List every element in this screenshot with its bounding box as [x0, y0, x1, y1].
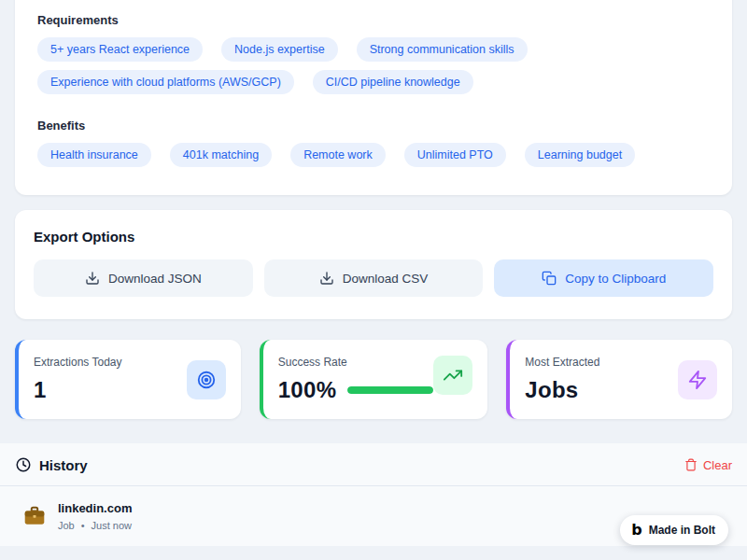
target-icon	[187, 360, 226, 399]
download-csv-label: Download CSV	[343, 272, 429, 286]
benefit-tag: 401k matching	[170, 143, 272, 167]
briefcase-icon	[22, 504, 47, 528]
stat-card-most-extracted: Most Extracted Jobs	[506, 340, 732, 419]
requirements-title: Requirements	[37, 13, 710, 27]
made-in-bolt-badge[interactable]: b Made in Bolt	[620, 515, 728, 545]
history-item-type: Job	[58, 520, 75, 531]
requirement-tag: CI/CD pipeline knowledge	[313, 70, 473, 94]
stat-card-extractions-today: Extractions Today 1	[15, 340, 241, 419]
stats-row: Extractions Today 1 Success Rate 100% Mo…	[15, 340, 732, 419]
copy-to-clipboard-button[interactable]: Copy to Clipboard	[494, 259, 713, 297]
download-csv-button[interactable]: Download CSV	[264, 259, 484, 297]
requirements-tag-list: 5+ years React experience Node.js expert…	[37, 37, 710, 94]
trash-icon	[684, 458, 698, 471]
download-json-button[interactable]: Download JSON	[34, 259, 253, 297]
stat-value: Jobs	[525, 377, 599, 403]
trending-up-icon	[433, 356, 472, 395]
bolt-logo-icon: b	[631, 523, 641, 538]
stat-label: Success Rate	[278, 356, 434, 369]
requirement-tag: 5+ years React experience	[37, 37, 203, 62]
stat-card-success-rate: Success Rate 100%	[260, 340, 488, 419]
success-rate-progress-bar	[347, 386, 433, 394]
stat-value: 1	[34, 377, 122, 403]
requirement-tag: Strong communication skills	[357, 37, 528, 62]
benefit-tag: Unlimited PTO	[404, 143, 506, 167]
zap-icon	[678, 360, 717, 399]
clear-history-button[interactable]: Clear	[684, 458, 732, 472]
requirement-tag: Experience with cloud platforms (AWS/GCP…	[37, 70, 294, 94]
history-header: History Clear	[0, 443, 747, 486]
benefit-tag: Learning budget	[525, 143, 635, 167]
made-in-bolt-label: Made in Bolt	[649, 524, 715, 537]
export-buttons-row: Download JSON Download CSV Copy to Clipb…	[34, 259, 713, 297]
stat-value: 100%	[278, 377, 337, 403]
export-options-card: Export Options Download JSON Download CS…	[15, 210, 732, 319]
clock-icon	[15, 456, 32, 473]
benefits-tag-list: Health insurance 401k matching Remote wo…	[37, 143, 710, 167]
history-item-time: Just now	[92, 520, 132, 531]
copy-icon	[542, 271, 557, 286]
copy-to-clipboard-label: Copy to Clipboard	[565, 272, 666, 286]
benefits-section: Benefits Health insurance 401k matching …	[37, 119, 710, 167]
download-icon	[319, 271, 334, 286]
stat-label: Most Extracted	[525, 356, 599, 369]
history-item-site: linkedin.com	[58, 501, 132, 515]
download-json-label: Download JSON	[108, 272, 202, 286]
job-details-card: Requirements 5+ years React experience N…	[15, 0, 732, 195]
export-options-title: Export Options	[34, 229, 713, 245]
benefit-tag: Remote work	[290, 143, 386, 167]
stat-label: Extractions Today	[34, 356, 122, 369]
clear-history-label: Clear	[703, 458, 732, 472]
history-item-meta: Job • Just now	[58, 520, 132, 531]
requirement-tag: Node.js expertise	[221, 37, 338, 62]
benefits-title: Benefits	[37, 119, 710, 133]
history-title: History	[39, 457, 88, 473]
download-icon	[85, 271, 100, 286]
requirements-section: Requirements 5+ years React experience N…	[37, 13, 710, 94]
history-item-separator: •	[81, 520, 85, 531]
benefit-tag: Health insurance	[37, 143, 151, 167]
